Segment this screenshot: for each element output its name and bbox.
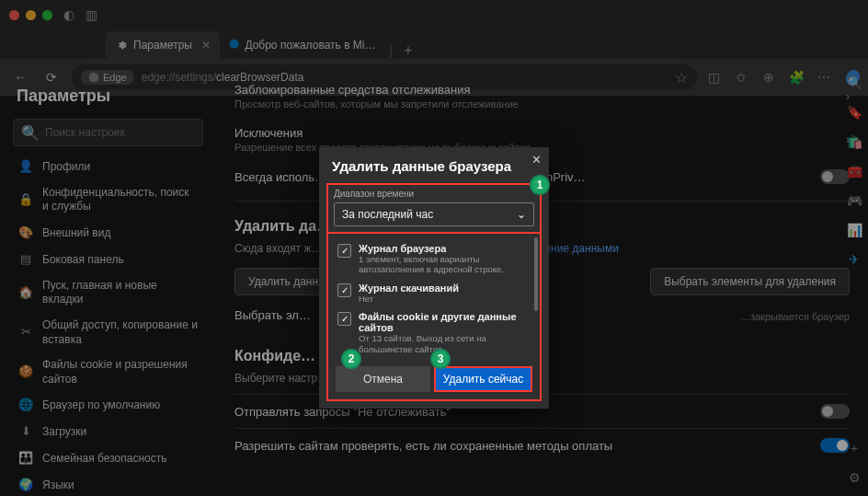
data-type-item[interactable]: Журнал браузера1 элемент, включая вариан…	[337, 239, 531, 279]
time-range-group: 1 Диапазон времени За последний час ⌄	[326, 183, 542, 234]
checkbox[interactable]	[337, 312, 351, 326]
clear-data-dialog: ✕ Удалить данные браузера 1 Диапазон вре…	[319, 147, 549, 409]
chevron-down-icon: ⌄	[517, 208, 526, 221]
time-range-select[interactable]: За последний час ⌄	[334, 202, 534, 226]
modal-overlay: ✕ Удалить данные браузера 1 Диапазон вре…	[0, 0, 868, 496]
checkbox[interactable]	[337, 244, 351, 258]
data-type-list: Журнал браузера1 элемент, включая вариан…	[326, 234, 542, 359]
dialog-title: Удалить данные браузера	[319, 147, 549, 183]
data-type-item[interactable]: Журнал скачиванийНет	[337, 279, 531, 307]
annotation-badge-2: 2	[341, 349, 361, 369]
cancel-button[interactable]: Отмена	[336, 366, 430, 392]
dialog-close-icon[interactable]: ✕	[531, 153, 542, 167]
dialog-actions: 2 3 Отмена Удалить сейчас	[326, 359, 542, 401]
annotation-badge-1: 1	[530, 175, 550, 195]
scrollbar[interactable]	[534, 237, 538, 311]
delete-now-button[interactable]: Удалить сейчас	[434, 366, 532, 392]
checkbox[interactable]	[337, 283, 351, 297]
annotation-badge-3: 3	[430, 349, 451, 369]
